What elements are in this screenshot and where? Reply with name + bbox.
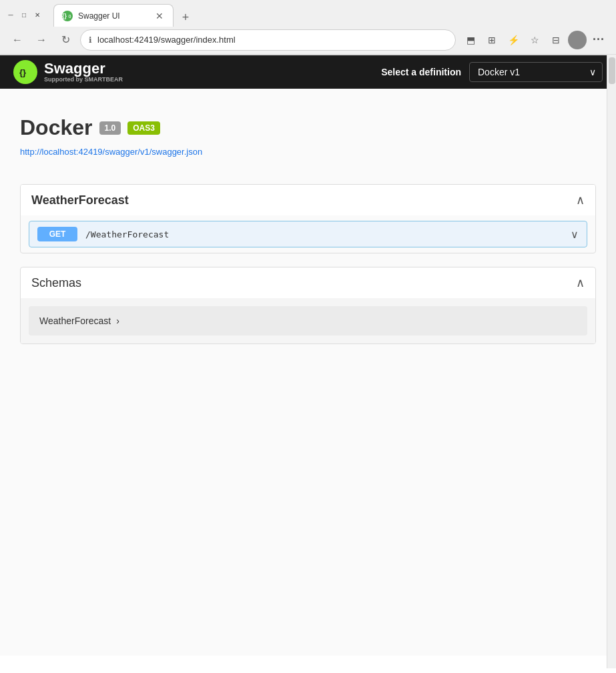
favorites-button[interactable]: ☆	[525, 31, 544, 49]
schema-name: WeatherForecast	[39, 315, 111, 326]
endpoint-expand-icon: ∨	[571, 228, 579, 241]
active-tab[interactable]: {} {} Swagger UI ✕	[53, 4, 174, 27]
tab-bar: {} {} Swagger UI ✕ +	[48, 4, 200, 27]
weatherforecast-section-header[interactable]: WeatherForecast ∧	[21, 185, 595, 215]
url-bar[interactable]: ℹ localhost:42419/swagger/index.html	[80, 29, 456, 51]
new-tab-button[interactable]: +	[176, 8, 195, 27]
weatherforecast-section-title: WeatherForecast	[31, 193, 129, 207]
swagger-info: Docker 1.0 OAS3 http://localhost:42419/s…	[0, 102, 616, 171]
oas3-badge: OAS3	[127, 121, 160, 135]
swagger-content: Docker 1.0 OAS3 http://localhost:42419/s…	[0, 89, 616, 656]
swagger-icon: {}	[13, 60, 37, 84]
weatherforecast-schema-item[interactable]: WeatherForecast ›	[29, 306, 587, 335]
lock-icon: ℹ	[89, 35, 92, 45]
toolbar-icons: ⬒ ⊞ ⚡ ☆ ⊟ ···	[461, 31, 608, 49]
schemas-section: Schemas ∧ WeatherForecast ›	[20, 267, 596, 344]
window-controls: ─ □ ✕	[5, 9, 43, 20]
tab-title: Swagger UI	[78, 11, 149, 21]
more-button[interactable]: ···	[589, 31, 608, 49]
svg-text:{}: {}	[68, 14, 71, 18]
close-button[interactable]: ✕	[32, 9, 43, 20]
get-weatherforecast-endpoint[interactable]: GET /WeatherForecast ∨	[29, 221, 587, 247]
schemas-header[interactable]: Schemas ∧	[21, 267, 595, 298]
forward-button[interactable]: →	[32, 31, 51, 49]
scroll-thumb[interactable]	[609, 57, 615, 84]
reload-button[interactable]: ↻	[56, 31, 75, 49]
swagger-brand-name: Swagger	[44, 61, 123, 76]
extensions-button[interactable]: ⚡	[504, 31, 523, 49]
back-button[interactable]: ←	[8, 31, 27, 49]
api-title-row: Docker 1.0 OAS3	[20, 115, 596, 140]
definition-selector: Select a definition Docker v1 ∨	[381, 62, 603, 82]
swagger-text: Swagger Supported by SMARTBEAR	[44, 61, 123, 83]
swagger-tagline: Supported by SMARTBEAR	[44, 76, 123, 83]
weatherforecast-section: WeatherForecast ∧ GET /WeatherForecast ∨	[20, 184, 596, 253]
schema-expand-icon: ›	[116, 315, 119, 326]
url-text: localhost:42419/swagger/index.html	[97, 35, 447, 45]
get-method-badge: GET	[37, 227, 77, 241]
api-title: Docker	[20, 115, 93, 140]
endpoint-path: /WeatherForecast	[85, 229, 571, 239]
schemas-body: WeatherForecast ›	[21, 298, 595, 344]
profile-button[interactable]	[568, 31, 587, 49]
swagger-header: {} Swagger Supported by SMARTBEAR Select…	[0, 55, 616, 89]
maximize-button[interactable]: □	[19, 9, 29, 20]
definition-label: Select a definition	[381, 67, 461, 77]
definition-select-wrapper: Docker v1 ∨	[469, 62, 603, 82]
schemas-title: Schemas	[31, 276, 81, 290]
swagger-logo: {} Swagger Supported by SMARTBEAR	[13, 60, 123, 84]
tab-close-button[interactable]: ✕	[154, 11, 165, 21]
address-bar: ← → ↻ ℹ localhost:42419/swagger/index.ht…	[0, 25, 616, 55]
svg-text:{}: {}	[19, 67, 26, 77]
version-badge: 1.0	[99, 121, 121, 135]
schemas-collapse-icon: ∧	[576, 275, 585, 290]
minimize-button[interactable]: ─	[5, 9, 16, 20]
weatherforecast-collapse-icon: ∧	[576, 193, 585, 207]
swagger-json-link[interactable]: http://localhost:42419/swagger/v1/swagge…	[20, 147, 202, 157]
grid-button[interactable]: ⊞	[483, 31, 501, 49]
definition-select[interactable]: Docker v1	[469, 62, 603, 82]
tab-favicon: {} {}	[62, 11, 73, 21]
browser-scrollbar[interactable]	[607, 55, 616, 668]
cast-button[interactable]: ⬒	[461, 31, 480, 49]
collections-button[interactable]: ⊟	[547, 31, 565, 49]
